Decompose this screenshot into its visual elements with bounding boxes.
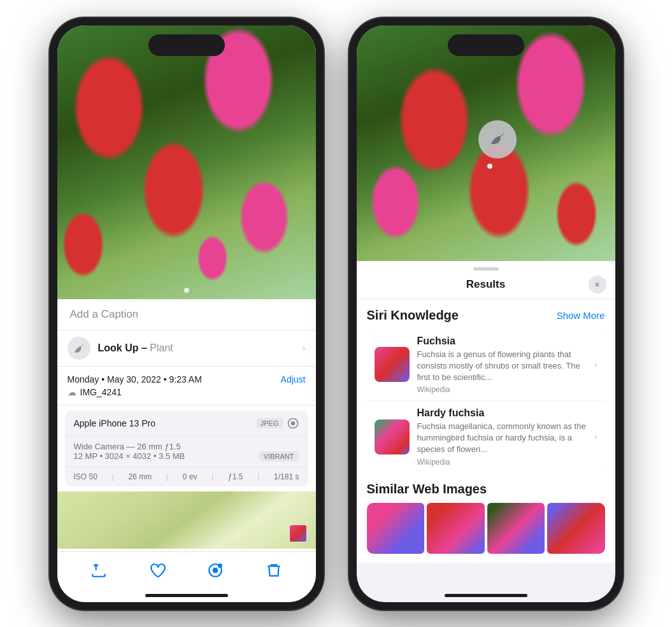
photo-view[interactable] bbox=[57, 25, 316, 299]
device-badges: JPEG bbox=[257, 417, 299, 430]
results-sheet: Results × Siri Knowledge Show More Fuch bbox=[357, 261, 615, 563]
similar-img-4[interactable] bbox=[547, 503, 605, 554]
hardy-chevron-icon: › bbox=[594, 431, 597, 442]
flower-image bbox=[57, 25, 316, 299]
svg-point-1 bbox=[290, 421, 295, 425]
fuchsia-chevron-icon: › bbox=[594, 359, 597, 370]
device-section: Apple iPhone 13 Pro JPEG Wide Camera — 2… bbox=[65, 411, 308, 486]
svg-point-3 bbox=[213, 568, 218, 574]
fuchsia-content: Fuchsia Fuchsia is a genus of flowering … bbox=[417, 335, 587, 395]
lookup-row[interactable]: Look Up – Plant › bbox=[57, 330, 316, 367]
visual-lookup-dot bbox=[487, 164, 492, 169]
results-header: Results × bbox=[357, 271, 615, 299]
leaf-overlay-icon bbox=[487, 129, 508, 150]
hardy-thumb bbox=[375, 419, 410, 454]
right-phone: Results × Siri Knowledge Show More Fuch bbox=[349, 18, 623, 610]
hardy-content: Hardy fuchsia Fuchsia magellanica, commo… bbox=[417, 407, 587, 467]
share-button[interactable] bbox=[86, 558, 111, 583]
device-row: Apple iPhone 13 Pro JPEG bbox=[65, 411, 308, 437]
left-phone: Add a Caption Look Up – Plant › Monday •… bbox=[50, 18, 324, 610]
home-indicator bbox=[145, 594, 228, 597]
focal-value: 26 mm bbox=[128, 472, 152, 481]
filename: IMG_4241 bbox=[80, 387, 122, 397]
siri-knowledge-title: Siri Knowledge bbox=[367, 308, 459, 323]
similar-grid bbox=[367, 503, 605, 554]
camera-line2: 12 MP • 3024 × 4032 • 3.5 MB bbox=[74, 451, 185, 461]
favorite-button[interactable] bbox=[145, 558, 170, 583]
show-more-button[interactable]: Show More bbox=[557, 310, 605, 321]
vibrant-badge: VIBRANT bbox=[259, 451, 299, 461]
aperture-value: ƒ1.5 bbox=[228, 472, 243, 481]
visual-lookup-overlay[interactable] bbox=[478, 120, 517, 159]
similar-title: Similar Web Images bbox=[367, 482, 605, 497]
exif-row: ISO 50 | 26 mm | 0 ev | ƒ1.5 | 1/181 s bbox=[65, 467, 308, 486]
caption-field[interactable]: Add a Caption bbox=[57, 299, 316, 330]
hardy-source: Wikipedia bbox=[417, 458, 587, 467]
camera-line1: Wide Camera — 26 mm ƒ1.5 bbox=[74, 442, 299, 451]
leaf-icon bbox=[73, 342, 85, 355]
dynamic-island bbox=[148, 34, 225, 56]
similar-section: Similar Web Images bbox=[367, 482, 605, 554]
fuchsia-name: Fuchsia bbox=[417, 335, 587, 347]
knowledge-card: Fuchsia Fuchsia is a genus of flowering … bbox=[367, 329, 605, 473]
location-icon bbox=[287, 417, 299, 430]
results-body: Siri Knowledge Show More Fuchsia Fuchsia… bbox=[357, 299, 615, 563]
lookup-chevron-icon: › bbox=[302, 342, 305, 354]
fuchsia-item[interactable]: Fuchsia Fuchsia is a genus of flowering … bbox=[367, 329, 605, 402]
right-photo-view[interactable] bbox=[357, 25, 615, 261]
close-button[interactable]: × bbox=[589, 276, 606, 293]
adjust-button[interactable]: Adjust bbox=[281, 374, 306, 384]
lookup-text: Look Up – Plant bbox=[98, 342, 173, 354]
info-area: Add a Caption Look Up – Plant › Monday •… bbox=[57, 299, 316, 549]
similar-img-1[interactable] bbox=[367, 503, 425, 554]
ev-value: 0 ev bbox=[183, 472, 197, 481]
hardy-desc: Fuchsia magellanica, commonly known as t… bbox=[417, 421, 587, 456]
right-dynamic-island bbox=[448, 34, 524, 56]
fuchsia-thumb bbox=[375, 347, 410, 382]
hardy-name: Hardy fuchsia bbox=[417, 407, 587, 419]
fuchsia-source: Wikipedia bbox=[417, 385, 587, 394]
photo-date: Monday • May 30, 2022 • 9:23 AM bbox=[68, 374, 202, 384]
device-name: Apple iPhone 13 Pro bbox=[74, 418, 155, 428]
lookup-icon bbox=[68, 337, 90, 360]
delete-button[interactable] bbox=[261, 558, 287, 583]
hardy-fuchsia-item[interactable]: Hardy fuchsia Fuchsia magellanica, commo… bbox=[367, 401, 605, 473]
shutter-value: 1/181 s bbox=[274, 472, 299, 481]
fuchsia-desc: Fuchsia is a genus of flowering plants t… bbox=[417, 349, 587, 384]
results-title: Results bbox=[466, 278, 505, 291]
right-home-indicator bbox=[445, 594, 527, 597]
meta-section: Monday • May 30, 2022 • 9:23 AM Adjust ☁… bbox=[57, 367, 316, 405]
similar-img-2[interactable] bbox=[427, 503, 485, 554]
svg-text:i: i bbox=[219, 564, 220, 568]
siri-knowledge-header: Siri Knowledge Show More bbox=[367, 308, 605, 323]
similar-img-3[interactable] bbox=[487, 503, 545, 554]
jpeg-badge: JPEG bbox=[257, 418, 283, 428]
right-screen: Results × Siri Knowledge Show More Fuch bbox=[357, 25, 615, 602]
left-screen: Add a Caption Look Up – Plant › Monday •… bbox=[57, 25, 316, 602]
page-indicator bbox=[184, 288, 189, 293]
visual-lookup-button[interactable]: i bbox=[203, 558, 228, 583]
iso-value: ISO 50 bbox=[74, 472, 97, 481]
map-marker bbox=[289, 525, 307, 542]
map-area[interactable] bbox=[57, 491, 316, 549]
cloud-icon: ☁ bbox=[68, 387, 76, 397]
camera-details: Wide Camera — 26 mm ƒ1.5 12 MP • 3024 × … bbox=[65, 437, 308, 467]
